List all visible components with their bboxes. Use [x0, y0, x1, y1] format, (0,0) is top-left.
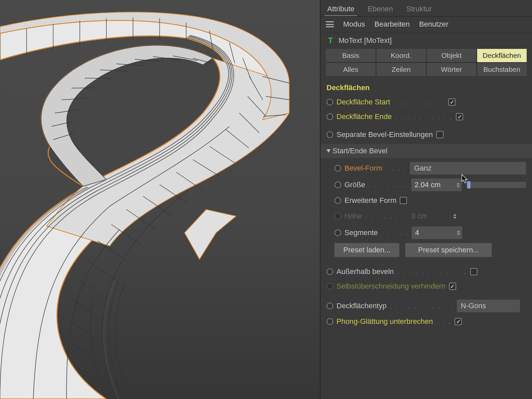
anim-dot[interactable]	[334, 182, 341, 188]
tab-ebenen[interactable]: Ebenen	[365, 3, 396, 16]
tab-struktur[interactable]: Struktur	[404, 3, 435, 16]
disclosure-triangle-icon	[327, 149, 331, 153]
svg-line-24	[86, 259, 118, 281]
input-segmente[interactable]	[412, 226, 462, 239]
input-hoehe	[408, 210, 459, 222]
row-deckflaeche-ende: Deckfläche Ende . . . . . . . . . .	[321, 109, 532, 124]
anim-dot[interactable]	[334, 165, 341, 172]
anim-dot[interactable]	[327, 131, 333, 138]
3d-viewport[interactable]	[0, 0, 320, 399]
row-erweiterte-form: Erweiterte Form	[321, 193, 532, 208]
label-erweiterte-form: Erweiterte Form	[344, 196, 396, 205]
button-preset-laden[interactable]: Preset laden...	[334, 243, 399, 257]
section-title-deckflaechen: Deckflächen	[321, 80, 532, 95]
anim-dot[interactable]	[327, 99, 333, 105]
label-phong: Phong-Glättung unterbrechen	[336, 317, 433, 326]
attribute-toolbar: Modus Bearbeiten Benutzer	[321, 17, 532, 32]
row-selbstueberschneidung: Selbstüberschneidung verhindern	[321, 279, 532, 294]
subtab-koord[interactable]: Koord.	[376, 49, 426, 62]
svg-line-28	[70, 342, 102, 364]
anim-dot[interactable]	[327, 318, 333, 325]
spinner-hoehe	[453, 214, 459, 219]
row-deckflaeche-start: Deckfläche Start . . . . . . . . .	[321, 95, 532, 109]
dropdown-deckflaechentyp[interactable]: N-Gons	[457, 300, 520, 312]
checkbox-deckflaeche-start[interactable]	[448, 98, 456, 106]
svg-line-26	[72, 299, 104, 321]
svg-line-27	[70, 321, 101, 342]
row-groesse: Größe . . . . . . .	[321, 177, 532, 193]
label-deckflaeche-ende: Deckfläche Ende	[336, 112, 392, 121]
slider-groesse[interactable]	[466, 182, 526, 188]
input-groesse[interactable]	[411, 179, 462, 191]
subtab-zeilen[interactable]: Zeilen	[376, 63, 426, 76]
label-bevel-header: Start/Ende Bevel	[332, 147, 387, 155]
object-name: MoText [MoText]	[338, 36, 392, 45]
preset-buttons: Preset laden... Preset speichern...	[321, 241, 532, 259]
anim-dot	[327, 283, 333, 290]
slider-handle[interactable]	[467, 181, 470, 189]
svg-line-23	[98, 241, 129, 263]
label-groesse: Größe	[344, 181, 365, 189]
checkbox-ausserhalb[interactable]	[470, 268, 477, 275]
anim-dot[interactable]	[334, 229, 341, 236]
row-phong: Phong-Glättung unterbrechen . . .	[321, 314, 532, 329]
subtab-objekt[interactable]: Objekt	[427, 49, 476, 62]
label-deckflaechentyp: Deckflächentyp	[336, 302, 386, 310]
checkbox-separate-bevel[interactable]	[436, 131, 444, 138]
anim-dot[interactable]	[327, 268, 333, 275]
subtab-alles[interactable]: Alles	[326, 63, 376, 76]
checkbox-selbstueberschneidung	[449, 283, 456, 290]
svg-line-37	[71, 88, 98, 88]
label-segmente: Segmente	[344, 228, 378, 237]
row-separate-bevel: Separate Bevel-Einstellungen	[321, 127, 532, 142]
spinner-groesse[interactable]	[457, 183, 462, 188]
anim-dot[interactable]	[327, 303, 333, 309]
menu-modus[interactable]: Modus	[343, 20, 365, 29]
anim-dot[interactable]	[334, 197, 341, 204]
subtab-woerter[interactable]: Wörter	[427, 63, 476, 76]
panel-tabs: Attribute Ebenen Struktur	[321, 0, 532, 17]
label-deckflaeche-start: Deckfläche Start	[336, 98, 390, 106]
row-ausserhalb-beveln: Außerhalb beveln . . . . . . . . . . . .	[321, 264, 532, 279]
checkbox-erweiterte-form[interactable]	[400, 197, 407, 204]
section-header-bevel[interactable]: Start/Ende Bevel	[321, 144, 532, 158]
object-header: T MoText [MoText]	[321, 32, 532, 49]
anim-dot	[334, 213, 341, 219]
checkbox-deckflaeche-ende[interactable]	[456, 113, 463, 120]
svg-line-38	[85, 78, 112, 78]
subtab-buchstaben[interactable]: Buchstaben	[477, 63, 527, 76]
button-preset-speichern[interactable]: Preset speichern...	[405, 243, 492, 257]
label-separate-bevel: Separate Bevel-Einstellungen	[336, 130, 433, 139]
subtab-deckflaechen[interactable]: Deckflächen	[477, 49, 527, 62]
row-bevel-form: Bevel-Form . . . . Ganz	[321, 160, 532, 177]
motext-icon: T	[327, 37, 334, 45]
anim-dot[interactable]	[327, 113, 333, 120]
spinner-segmente[interactable]	[457, 230, 462, 235]
attribute-manager-panel: Attribute Ebenen Struktur Modus Bearbeit…	[320, 0, 532, 399]
svg-line-25	[78, 279, 109, 301]
menu-icon[interactable]	[326, 21, 334, 27]
label-selbstueberschneidung: Selbstüberschneidung verhindern	[336, 282, 446, 291]
menu-benutzer[interactable]: Benutzer	[419, 20, 448, 29]
dropdown-bevel-form[interactable]: Ganz	[410, 162, 526, 175]
label-bevel-form: Bevel-Form	[344, 164, 382, 173]
row-segmente: Segmente . . . . .	[321, 224, 532, 241]
subtab-basis[interactable]: Basis	[326, 49, 376, 62]
menu-bearbeiten[interactable]: Bearbeiten	[374, 20, 410, 29]
label-hoehe: Höhe	[344, 212, 362, 220]
object-subtabs: Basis Koord. Objekt Deckflächen Alles Ze…	[326, 49, 527, 76]
tab-attribute[interactable]: Attribute	[325, 3, 357, 16]
checkbox-phong[interactable]	[455, 318, 462, 325]
label-ausserhalb: Außerhalb beveln	[336, 267, 394, 276]
row-deckflaechentyp: Deckflächentyp . . . . . . . . . . . N-G…	[321, 298, 532, 314]
row-hoehe: Höhe . . . . . . .	[321, 208, 532, 224]
